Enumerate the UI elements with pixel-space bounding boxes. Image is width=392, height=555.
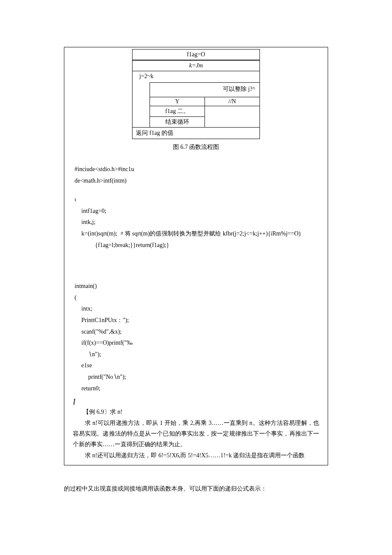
fc-condition: 可以整除 j?^ <box>150 83 259 97</box>
code-line: if(f(x)==O)printf("‰ <box>75 337 328 349</box>
code-line: scanf("%d",&x); <box>75 326 328 338</box>
code-line: return0; <box>75 383 328 395</box>
document-content: f1ag=O k=Jm j=2~k 可以整除 j?^ Y //N f1ag 二。 <box>64 47 328 465</box>
fc-loop-head: j=2~k <box>133 73 259 82</box>
code-line: intf1ag=0; <box>75 206 328 217</box>
fc-flag-set: f1ag 二。 <box>150 106 205 117</box>
fc-return: 返问 f1ag 的值 <box>132 128 260 139</box>
para-text: 求 n!还可以用递归方法，即 6!=5!X6,而 5!=4!X5……1!=k 递… <box>73 450 319 461</box>
code-line: ι <box>75 194 328 206</box>
fc-no-label: //N <box>205 97 259 106</box>
fc-flag-init: f1ag=O <box>132 49 260 60</box>
italic-i: I <box>64 398 328 407</box>
fc-branches: f1ag 二。 结束循环 <box>150 106 259 127</box>
code-block-2: intmain() ( intx; PrinttC1nPUtx："); scan… <box>64 281 328 394</box>
code-line: intx; <box>75 303 328 315</box>
code-block-1: #inciude<stdio.h>#inc1u de<math.h>intf(i… <box>64 164 328 251</box>
code-line: PrinttC1nPUtx："); <box>75 315 328 326</box>
fc-yes-branch: f1ag 二。 结束循环 <box>150 106 205 127</box>
flowchart: f1ag=O k=Jm j=2~k 可以整除 j?^ Y //N f1ag 二。 <box>132 47 260 139</box>
code-line: e1se <box>75 360 328 372</box>
paragraph-2-cut: 求 n!还可以用递归方法，即 6!=5!X6,而 5!=4!X5……1!=k 递… <box>64 450 328 461</box>
code-line: k=(int)sqrt(m); 〃将 sqrt(m)的值强制转换为整型并赋给 k… <box>75 228 328 240</box>
code-line: printf("No∖n"); <box>75 372 328 383</box>
fc-k-assign: k=Jm <box>132 60 260 71</box>
fc-no-branch <box>205 106 259 127</box>
code-line: #inciude<stdio.h>#inc1u <box>75 164 328 175</box>
code-line: ∖n"); <box>75 349 328 360</box>
fc-branch-labels: Y //N <box>150 97 259 106</box>
para-text: 求 n!可以用递推方法，即从 1 开始，乘 2,再乘 3……一直乘到 n。这种方… <box>73 418 319 450</box>
figure-caption: 图 6.7 函数流程图 <box>64 143 328 151</box>
fc-loop-body: 可以整除 j?^ Y //N f1ag 二。 结束循环 <box>150 82 259 127</box>
document-frame: f1ag=O k=Jm j=2~k 可以整除 j?^ Y //N f1ag 二。 <box>64 47 328 465</box>
code-line: intmain() <box>75 281 328 292</box>
code-line: {f1ag=l;break;}}return(f1ag);} <box>75 240 328 251</box>
fc-break: 结束循环 <box>150 117 205 127</box>
code-line: de<math.h>intf(intm) <box>75 175 328 187</box>
fc-loop: j=2~k 可以整除 j?^ Y //N f1ag 二。 结束循环 <box>132 71 260 128</box>
code-line: intk,j; <box>75 217 328 228</box>
paragraph-1: 求 n!可以用递推方法，即从 1 开始，乘 2,再乘 3……一直乘到 n。这种方… <box>64 416 328 450</box>
footer-paragraph: 的过程中又出现直接或间接地调用该函数本身。可以用下面的递归公式表示： <box>0 482 392 511</box>
example-heading: 【例 6.9〕求 n! <box>64 408 328 416</box>
code-line: ( <box>75 292 328 304</box>
fc-yes-label: Y <box>150 97 205 106</box>
